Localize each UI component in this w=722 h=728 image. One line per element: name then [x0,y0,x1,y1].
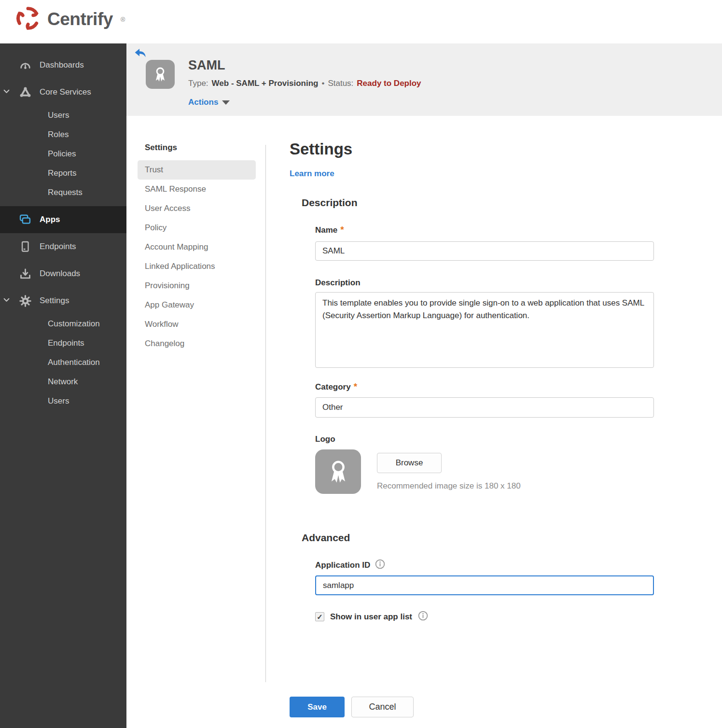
form-actions: Save Cancel [290,697,414,717]
category-input[interactable] [315,397,654,418]
sidebar-item-network[interactable]: Network [0,372,126,392]
advanced-section-header: Advanced [302,532,350,544]
sidebar-item-customization[interactable]: Customization [0,314,126,334]
apps-icon [18,213,32,226]
name-field-label: Name* [315,224,344,235]
description-field-label: Description [315,278,361,288]
show-in-app-list-label: Show in user app list [330,612,412,622]
sidebar-item-label: Core Services [40,87,91,97]
logo-preview-ribbon-icon [315,449,361,494]
subnav-item-user-access[interactable]: User Access [138,199,256,218]
subnav-item-linked-applications[interactable]: Linked Applications [138,257,256,276]
logo-size-hint: Recommended image size is 180 x 180 [377,481,521,491]
sidebar-item-dashboards[interactable]: Dashboards [0,52,126,79]
gauge-icon [18,58,32,72]
core-services-icon [18,85,32,99]
gear-icon [18,294,32,308]
show-in-app-list-row: ✓ Show in user app list [315,611,428,623]
sidebar-subitem-label: Reports [48,168,77,178]
sidebar-subitem-label: Users [48,396,69,406]
category-field-label: Category* [315,381,357,392]
vertical-divider [265,145,266,682]
sidebar-subitem-label: Network [48,377,78,387]
centrify-swirl-icon [15,6,41,33]
sidebar-item-label: Downloads [40,269,80,279]
subnav-list: TrustSAML ResponseUser AccessPolicyAccou… [138,160,256,353]
page-title: Settings [290,140,352,158]
info-icon[interactable] [375,559,385,571]
subnav-item-trust[interactable]: Trust [138,160,256,180]
actions-label: Actions [188,98,218,107]
download-icon [18,267,32,280]
sidebar-item-endpoints[interactable]: Endpoints [0,334,126,353]
device-icon [18,240,32,253]
description-section-header: Description [302,197,358,209]
sidebar-subitem-label: Requests [48,188,83,197]
app-title: SAML [188,58,225,73]
back-arrow-icon[interactable] [134,47,147,59]
subnav-item-saml-response[interactable]: SAML Response [138,180,256,199]
sidebar-subitem-label: Customization [48,319,100,329]
sidebar-subitem-label: Users [48,111,69,120]
sidebar-subitem-label: Roles [48,130,69,140]
subnav-header: Settings [138,143,256,153]
chevron-down-icon[interactable] [3,88,10,97]
info-icon[interactable] [418,611,428,623]
chevron-down-icon [222,100,230,105]
chevron-down-icon[interactable] [3,296,10,306]
actions-dropdown[interactable]: Actions [188,98,230,107]
sidebar-item-label: Endpoints [40,242,76,252]
centrify-logo: Centrify ® [15,6,125,33]
required-asterisk: * [354,381,357,392]
meta-separator: • [321,79,324,88]
sidebar-item-policies[interactable]: Policies [0,144,126,164]
sidebar-item-roles[interactable]: Roles [0,125,126,144]
sidebar-subitem-label: Authentication [48,358,100,367]
app-subnav: Settings TrustSAML ResponseUser AccessPo… [138,143,256,353]
top-bar: Centrify ® [0,0,722,43]
status-value: Ready to Deploy [357,79,421,88]
type-value: Web - SAML + Provisioning [212,79,319,88]
subnav-item-provisioning[interactable]: Provisioning [138,276,256,295]
name-input[interactable] [315,241,654,261]
sidebar-item-settings[interactable]: Settings [0,287,126,314]
subnav-item-app-gateway[interactable]: App Gateway [138,295,256,315]
sidebar-item-label: Apps [40,215,60,224]
sidebar-item-reports[interactable]: Reports [0,164,126,183]
sidebar-item-users[interactable]: Users [0,106,126,125]
sidebar-item-label: Dashboards [40,60,84,70]
sidebar-item-requests[interactable]: Requests [0,183,126,202]
application-id-label: Application ID [315,560,370,570]
sidebar-item-users[interactable]: Users [0,392,126,411]
main-sidebar: DashboardsCore ServicesUsersRolesPolicie… [0,43,126,728]
status-label: Status: [328,79,353,88]
type-label: Type: [188,79,208,88]
sidebar-item-label: Settings [40,296,69,306]
learn-more-link[interactable]: Learn more [290,169,334,179]
subnav-item-account-mapping[interactable]: Account Mapping [138,238,256,257]
browse-button[interactable]: Browse [377,453,442,473]
subnav-item-changelog[interactable]: Changelog [138,334,256,353]
app-logo-ribbon-icon [146,60,175,89]
sidebar-subitem-label: Policies [48,149,76,159]
subnav-item-workflow[interactable]: Workflow [138,315,256,334]
app-meta-line: Type: Web - SAML + Provisioning • Status… [188,79,421,88]
save-button[interactable]: Save [290,697,345,717]
sidebar-item-apps[interactable]: Apps [0,206,126,233]
brand-registered-mark: ® [121,16,125,23]
sidebar-item-endpoints[interactable]: Endpoints [0,233,126,260]
sidebar-item-downloads[interactable]: Downloads [0,260,126,287]
application-id-input[interactable] [315,575,654,595]
sidebar-item-core-services[interactable]: Core Services [0,79,126,106]
cancel-button[interactable]: Cancel [351,697,414,717]
description-textarea[interactable]: This template enables you to provide sin… [315,292,654,368]
show-in-app-list-checkbox[interactable]: ✓ [315,612,324,621]
logo-field-label: Logo [315,434,335,444]
sidebar-subitem-label: Endpoints [48,338,84,348]
app-header: SAML Type: Web - SAML + Provisioning • S… [126,43,722,116]
sidebar-item-authentication[interactable]: Authentication [0,353,126,372]
application-id-label-row: Application ID [315,559,385,571]
subnav-item-policy[interactable]: Policy [138,218,256,238]
brand-name: Centrify [47,9,113,29]
required-asterisk: * [340,224,344,235]
